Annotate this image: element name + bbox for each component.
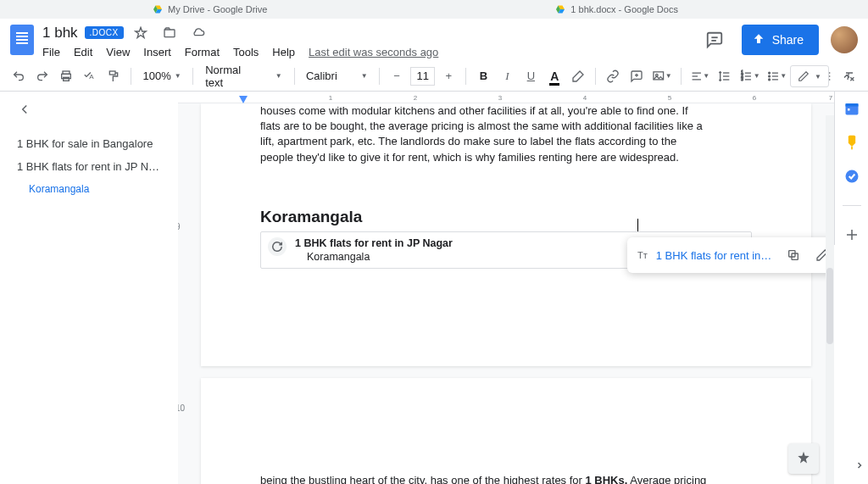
link-preview-popup: Tт 1 BHK flats for rent in JP N...	[627, 237, 834, 273]
tasks-addon-icon[interactable]	[842, 166, 862, 186]
font-size-input[interactable]: 11	[410, 67, 435, 86]
svg-rect-6	[164, 30, 175, 37]
heading-koramangala[interactable]: Koramangala	[260, 208, 752, 226]
chevron-down-icon: ▼	[361, 72, 368, 80]
svg-rect-49	[851, 147, 853, 149]
print-button[interactable]	[56, 65, 76, 87]
toolbar: A 100%▼ Normal text▼ Calibri▼ − 11 + B I…	[0, 61, 868, 92]
paint-format-button[interactable]	[103, 65, 124, 87]
outline-item-active[interactable]: Koramangala	[17, 178, 164, 200]
body-paragraph[interactable]: houses come with modular kitchens and ot…	[260, 103, 752, 165]
chevron-down-icon: ▼	[703, 72, 709, 80]
tab-label: My Drive - Google Drive	[168, 4, 267, 14]
outline-collapse-button[interactable]	[17, 100, 36, 119]
chevron-down-icon: ▼	[175, 72, 181, 80]
pencil-icon	[798, 70, 810, 82]
drive-icon	[153, 4, 163, 14]
indent-marker-icon[interactable]	[239, 96, 248, 103]
svg-text:A: A	[89, 72, 94, 80]
chevron-down-icon: ▼	[815, 73, 821, 81]
svg-point-33	[768, 72, 770, 74]
svg-rect-47	[845, 103, 858, 106]
svg-text:3: 3	[741, 77, 743, 81]
scrollbar-thumb[interactable]	[826, 268, 833, 344]
line-spacing-button[interactable]	[715, 65, 735, 87]
app-header: 1 bhk .DOCX File Edit View Insert Format…	[0, 19, 868, 61]
menu-help[interactable]: Help	[272, 46, 295, 58]
bold-button[interactable]: B	[473, 65, 493, 87]
chevron-down-icon: ▼	[665, 72, 672, 80]
last-edit-status[interactable]: Last edit was seconds ago	[309, 46, 438, 58]
font-size-decrease-button[interactable]: −	[387, 65, 407, 87]
outline-item[interactable]: 1 BHK for sale in Bangalore	[17, 132, 164, 155]
vertical-scrollbar[interactable]	[826, 115, 834, 484]
style-value: Normal text	[205, 64, 260, 89]
svg-rect-11	[64, 77, 70, 81]
undo-button[interactable]	[8, 65, 29, 87]
ruler-number: 2	[414, 94, 417, 102]
menu-tools[interactable]: Tools	[233, 46, 259, 58]
collapse-toolbar-button[interactable]	[836, 65, 858, 87]
document-page[interactable]: 10 being the bustling heart of the city,…	[201, 378, 811, 484]
chevron-down-icon: ▼	[754, 72, 760, 80]
browser-tab-drive[interactable]: My Drive - Google Drive	[153, 4, 267, 14]
document-title[interactable]: 1 bhk	[42, 25, 78, 42]
move-icon[interactable]	[159, 22, 180, 44]
body-paragraph[interactable]: being the bustling heart of the city, ha…	[260, 473, 752, 484]
drive-icon	[555, 4, 565, 14]
text-color-button[interactable]: A	[544, 65, 565, 87]
italic-button[interactable]: I	[497, 65, 517, 87]
svg-rect-48	[848, 108, 850, 111]
document-outline: 1 BHK for sale in Bangalore 1 BHK flats …	[0, 92, 178, 484]
menu-file[interactable]: File	[42, 46, 60, 58]
highlight-color-button[interactable]	[568, 65, 588, 87]
cloud-status-icon[interactable]	[188, 22, 209, 44]
font-family-select[interactable]: Calibri▼	[302, 65, 372, 87]
calendar-addon-icon[interactable]	[842, 98, 862, 119]
browser-tab-docs[interactable]: 1 bhk.docx - Google Docs	[555, 4, 678, 14]
zoom-value: 100%	[143, 70, 171, 82]
paragraph-style-select[interactable]: Normal text▼	[200, 65, 287, 87]
share-button-label: Share	[772, 33, 804, 47]
keep-addon-icon[interactable]	[842, 132, 862, 153]
copy-link-button[interactable]	[783, 244, 804, 266]
share-button[interactable]: Share	[742, 25, 819, 55]
menu-view[interactable]: View	[106, 46, 130, 58]
menu-insert[interactable]: Insert	[143, 46, 171, 58]
spellcheck-button[interactable]: A	[80, 65, 100, 87]
menu-format[interactable]: Format	[185, 46, 220, 58]
font-size-increase-button[interactable]: +	[438, 65, 459, 87]
ruler-number: 5	[668, 94, 671, 102]
chevron-down-icon: ▼	[780, 72, 787, 80]
account-avatar[interactable]	[831, 26, 858, 53]
refresh-icon[interactable]	[268, 237, 287, 256]
align-button[interactable]: ▼	[688, 65, 711, 87]
document-canvas[interactable]: 1 2 3 4 5 6 7 9 houses come with modular…	[178, 92, 834, 484]
link-preview-text[interactable]: 1 BHK flats for rent in JP N...	[656, 249, 775, 262]
svg-point-35	[768, 78, 770, 80]
docs-logo-icon[interactable]	[10, 25, 34, 55]
side-panel	[834, 92, 868, 245]
horizontal-ruler[interactable]: 1 2 3 4 5 6 7	[178, 92, 834, 103]
outline-item[interactable]: 1 BHK flats for rent in JP Nag...	[17, 155, 164, 178]
get-addons-button[interactable]	[842, 225, 862, 245]
document-page[interactable]: 9 houses come with modular kitchens and …	[201, 103, 811, 366]
mode-select[interactable]: ▼	[790, 65, 829, 87]
underline-button[interactable]: U	[520, 65, 541, 87]
insert-link-button[interactable]	[603, 65, 623, 87]
redo-button[interactable]	[32, 65, 53, 87]
open-comments-button[interactable]	[699, 25, 730, 55]
insert-image-button[interactable]: ▼	[650, 65, 673, 87]
numbered-list-button[interactable]: 123▼	[738, 65, 761, 87]
explore-button[interactable]	[788, 443, 819, 474]
add-comment-button[interactable]	[626, 65, 647, 87]
side-panel-toggle[interactable]	[849, 455, 868, 476]
text-style-icon: Tт	[637, 250, 648, 260]
ruler-number: 3	[498, 94, 502, 102]
bulleted-list-button[interactable]: ▼	[765, 65, 788, 87]
star-icon[interactable]	[131, 22, 151, 44]
menu-edit[interactable]: Edit	[74, 46, 92, 58]
zoom-select[interactable]: 100%▼	[138, 65, 186, 87]
docx-badge: .DOCX	[85, 26, 124, 39]
tab-label: 1 bhk.docx - Google Docs	[570, 4, 678, 14]
